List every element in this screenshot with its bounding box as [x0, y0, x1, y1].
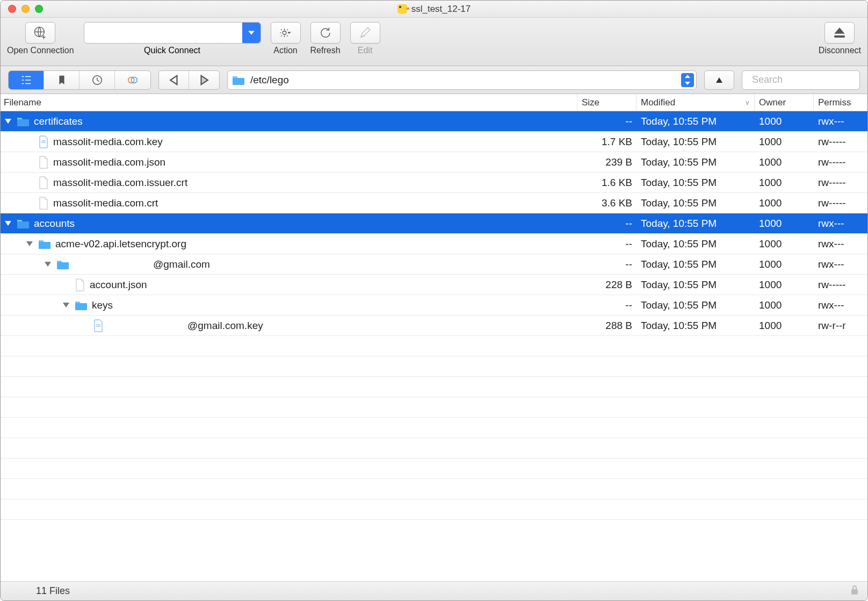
- triangle-up-icon: [715, 76, 724, 84]
- col-permissions[interactable]: Permiss: [814, 94, 867, 111]
- empty-row: [1, 418, 867, 438]
- disclosure-triangle-icon[interactable]: [45, 261, 52, 268]
- table-row[interactable]: massolit-media.com.crt3.6 KBToday, 10:55…: [1, 193, 867, 213]
- disclosure-triangle-icon[interactable]: [63, 302, 70, 309]
- file-name: certificates: [34, 116, 83, 127]
- empty-row: [1, 356, 867, 377]
- file-permissions: rw-----: [814, 156, 867, 168]
- action-label: Action: [273, 46, 297, 55]
- nav-forward-button[interactable]: [189, 71, 219, 89]
- file-modified: Today, 10:55 PM: [636, 197, 755, 209]
- table-row[interactable]: @gmail.com.key288 BToday, 10:55 PM1000rw…: [1, 316, 867, 336]
- file-size: 1.7 KB: [577, 136, 636, 148]
- file-table: Filename Size Modified∨ Owner Permiss ce…: [1, 94, 867, 581]
- file-owner: 1000: [755, 320, 814, 332]
- quick-connect-tool: Quick Connect: [84, 22, 261, 55]
- file-owner: 1000: [755, 259, 814, 270]
- key-file-icon: [38, 135, 49, 148]
- sort-indicator-icon: ∨: [745, 99, 750, 106]
- table-body[interactable]: certificates--Today, 10:55 PM1000rwx---m…: [1, 111, 867, 581]
- table-row[interactable]: account.json228 BToday, 10:55 PM1000rw--…: [1, 275, 867, 295]
- view-bonjour-button[interactable]: [115, 71, 150, 89]
- table-row[interactable]: @gmail.com--Today, 10:55 PM1000rwx---: [1, 254, 867, 275]
- file-permissions: rw-----: [814, 177, 867, 189]
- quick-connect-combo[interactable]: [84, 22, 261, 44]
- outline-view-icon: [20, 74, 32, 86]
- empty-row: [1, 397, 867, 418]
- table-header: Filename Size Modified∨ Owner Permiss: [1, 94, 867, 111]
- col-owner[interactable]: Owner: [755, 94, 814, 111]
- disconnect-button[interactable]: [824, 22, 855, 44]
- file-name: @gmail.com.key: [187, 320, 263, 332]
- search-box[interactable]: [742, 70, 860, 90]
- col-filename[interactable]: Filename: [1, 94, 577, 111]
- open-connection-label: Open Connection: [7, 46, 74, 55]
- view-history-button[interactable]: [79, 71, 115, 89]
- file-name: @gmail.com: [153, 259, 210, 270]
- file-name: accounts: [34, 218, 75, 230]
- toolbar: Open Connection Quick Connect Action Ref…: [1, 18, 867, 66]
- file-owner: 1000: [755, 156, 814, 168]
- table-row[interactable]: accounts--Today, 10:55 PM1000rwx---: [1, 213, 867, 234]
- file-owner: 1000: [755, 116, 814, 127]
- view-outline-button[interactable]: [9, 71, 44, 89]
- file-owner: 1000: [755, 299, 814, 311]
- path-text: /etc/lego: [250, 74, 289, 86]
- chevron-up-icon: [685, 74, 690, 78]
- path-field[interactable]: /etc/lego: [227, 70, 697, 90]
- file-owner: 1000: [755, 136, 814, 148]
- svg-rect-11: [57, 262, 69, 269]
- table-row[interactable]: certificates--Today, 10:55 PM1000rwx---: [1, 111, 867, 132]
- close-window-button[interactable]: [8, 5, 16, 13]
- file-size: --: [577, 299, 636, 311]
- open-connection-tool: Open Connection: [7, 22, 74, 55]
- svg-rect-10: [39, 242, 50, 249]
- view-bookmark-button[interactable]: [44, 71, 79, 89]
- table-row[interactable]: massolit-media.com.issuer.crt1.6 KBToday…: [1, 173, 867, 193]
- titlebar: ssl_test_12-17: [1, 1, 867, 18]
- disclosure-triangle-icon[interactable]: [5, 220, 12, 227]
- disclosure-triangle-icon[interactable]: [26, 240, 34, 248]
- folder-icon: [38, 239, 51, 249]
- minimize-window-button[interactable]: [21, 5, 30, 13]
- status-text: 11 Files: [36, 585, 70, 597]
- svg-rect-2: [835, 35, 845, 38]
- file-modified: Today, 10:55 PM: [636, 320, 755, 332]
- key-file-icon: [93, 319, 104, 332]
- table-row[interactable]: acme-v02.api.letsencrypt.org--Today, 10:…: [1, 234, 867, 254]
- pencil-icon: [358, 26, 372, 40]
- empty-row: [1, 499, 867, 520]
- refresh-button[interactable]: [310, 22, 341, 44]
- svg-rect-12: [75, 303, 87, 310]
- edit-button[interactable]: [350, 22, 380, 44]
- path-stepper[interactable]: [681, 73, 694, 87]
- search-input[interactable]: [752, 74, 868, 85]
- nav-back-button[interactable]: [159, 71, 189, 89]
- action-button[interactable]: [271, 22, 301, 44]
- gear-icon: [279, 26, 293, 40]
- file-modified: Today, 10:55 PM: [636, 136, 755, 148]
- go-up-button[interactable]: [704, 70, 734, 90]
- open-connection-button[interactable]: [25, 22, 55, 44]
- disconnect-tool: Disconnect: [819, 22, 861, 55]
- svg-rect-8: [17, 119, 29, 126]
- quick-connect-dropdown[interactable]: [242, 23, 261, 43]
- file-modified: Today, 10:55 PM: [636, 177, 755, 189]
- refresh-tool: Refresh: [310, 22, 341, 55]
- col-size[interactable]: Size: [577, 94, 636, 111]
- file-size: 239 B: [577, 156, 636, 168]
- table-row[interactable]: keys--Today, 10:55 PM1000rwx---: [1, 295, 867, 316]
- refresh-label: Refresh: [310, 46, 341, 55]
- file-owner: 1000: [755, 238, 814, 250]
- quick-connect-input[interactable]: [84, 23, 242, 43]
- bookmark-icon: [56, 74, 68, 86]
- bonjour-icon: [127, 74, 139, 86]
- table-row[interactable]: massolit-media.com.key1.7 KBToday, 10:55…: [1, 132, 867, 152]
- table-row[interactable]: massolit-media.com.json239 BToday, 10:55…: [1, 152, 867, 173]
- col-modified[interactable]: Modified∨: [636, 94, 755, 111]
- file-permissions: rwx---: [814, 116, 867, 127]
- disclosure-triangle-icon[interactable]: [5, 118, 12, 125]
- folder-icon: [17, 116, 30, 127]
- file-permissions: rwx---: [814, 299, 867, 311]
- zoom-window-button[interactable]: [35, 5, 43, 13]
